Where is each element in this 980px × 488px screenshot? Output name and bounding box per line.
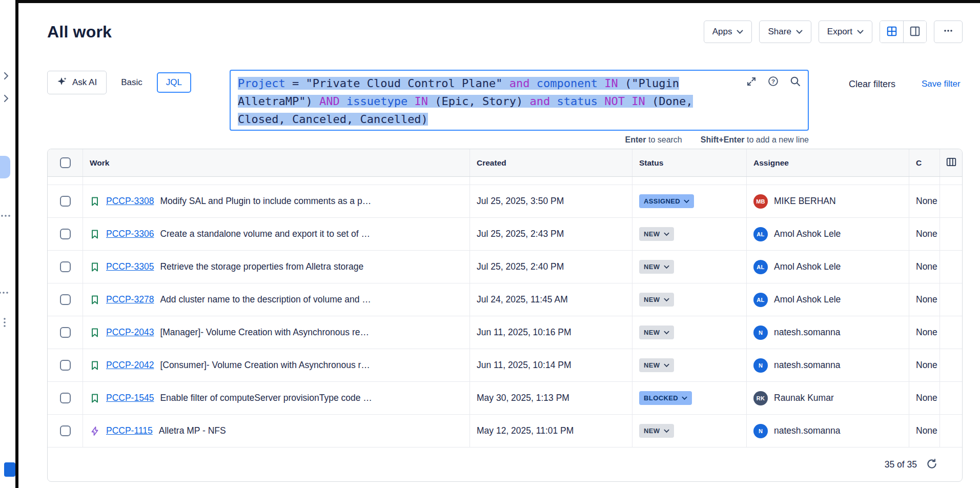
issue-key-link[interactable]: PCCP-1545	[106, 393, 154, 403]
refresh-button[interactable]	[926, 458, 937, 471]
grid-view-button[interactable]	[880, 21, 903, 43]
save-filter-button[interactable]: Save filter	[922, 79, 961, 89]
category-cell: None	[909, 382, 940, 414]
table-row[interactable]: PCCP-3306 Create a standalone volume and…	[48, 218, 962, 251]
col-header-assignee[interactable]: Assignee	[746, 149, 909, 176]
category-cell: None	[909, 283, 940, 316]
status-cell: NEW	[632, 415, 746, 447]
issue-summary: Retrieve the storage properties from All…	[160, 261, 363, 272]
issue-key-link[interactable]: PCCP-3308	[106, 196, 154, 207]
status-badge[interactable]: BLOCKED	[639, 391, 692, 405]
category-value: None	[916, 360, 937, 371]
status-cell: NEW	[632, 349, 746, 381]
settings-col-spacer	[940, 251, 962, 283]
status-badge[interactable]: NEW	[639, 326, 674, 339]
row-checkbox[interactable]	[60, 393, 71, 403]
row-checkbox[interactable]	[60, 327, 71, 338]
row-checkbox[interactable]	[60, 196, 71, 207]
search-button[interactable]	[790, 76, 801, 88]
status-cell: NEW	[632, 251, 746, 283]
sidebar-selected-item-fragment[interactable]	[0, 156, 10, 178]
clear-filters-button[interactable]: Clear filters	[849, 79, 895, 90]
chevron-down-icon	[664, 331, 669, 335]
jql-mode-button[interactable]: JQL	[157, 72, 191, 93]
table-row[interactable]: PCCP-2043 [Manager]- Volume Creation wit…	[48, 316, 962, 349]
row-checkbox[interactable]	[60, 229, 71, 239]
page-header: All work Apps Share Export	[47, 19, 963, 44]
row-checkbox-cell	[48, 251, 83, 283]
ask-ai-button[interactable]: Ask AI	[47, 71, 107, 94]
col-header-work-label: Work	[90, 158, 109, 168]
status-badge[interactable]: NEW	[639, 358, 674, 372]
assignee-name: MIKE BERHAN	[774, 196, 836, 207]
assignee-name: Amol Ashok Lele	[774, 294, 841, 305]
status-label: NEW	[644, 329, 660, 336]
category-cell: None	[909, 415, 940, 447]
table-body: PCCP-3308 Modify SAL and Plugin to inclu…	[48, 185, 962, 448]
table-row[interactable]: PCCP-3305 Retrieve the storage propertie…	[48, 251, 962, 283]
status-badge[interactable]: ASSIGNED	[639, 194, 694, 208]
basic-mode-button[interactable]: Basic	[115, 77, 149, 88]
avatar: MB	[753, 194, 768, 209]
hint-enter-key: Enter	[625, 135, 646, 144]
issue-key-link[interactable]: PCCP-2042	[106, 360, 154, 371]
table-row[interactable]: PCCP-2042 [Consumer]- Volume Creation wi…	[48, 349, 962, 382]
table-row[interactable]: PCCP-1545 Enable filter of computeServer…	[48, 382, 962, 415]
issue-key-link[interactable]: PCCP-2043	[106, 327, 154, 338]
sidebar-expand-chevron-icon[interactable]	[1, 71, 11, 83]
export-button[interactable]: Export	[819, 21, 872, 43]
status-badge[interactable]: NEW	[639, 227, 674, 241]
assignee-cell: RK Raunak Kumar	[746, 382, 909, 414]
issue-key-link[interactable]: PCCP-3305	[106, 261, 154, 272]
table-row[interactable]: PCCP-3278 Add cluster name to the descri…	[48, 283, 962, 316]
sidebar-expand-chevron-icon[interactable]	[1, 93, 11, 106]
status-badge[interactable]: NEW	[639, 260, 674, 274]
col-header-category[interactable]: C	[909, 149, 940, 176]
issue-key-link[interactable]: PCCP-1115	[106, 425, 153, 436]
row-checkbox[interactable]	[60, 294, 71, 305]
more-options-button[interactable]	[934, 21, 963, 43]
row-count: 35 of 35	[885, 459, 917, 470]
col-header-work[interactable]: Work	[83, 149, 469, 176]
assignee-name: Raunak Kumar	[774, 393, 834, 403]
status-badge[interactable]: NEW	[639, 293, 674, 307]
table-row[interactable]: PCCP-3308 Modify SAL and Plugin to inclu…	[48, 185, 962, 218]
assignee-cell: N natesh.somanna	[746, 349, 909, 381]
assignee-name: Amol Ashok Lele	[774, 229, 841, 239]
hint-enter-text: to search	[648, 135, 682, 144]
header-toolbar: Apps Share Export	[704, 21, 963, 43]
issue-summary: Alletra MP - NFS	[159, 425, 226, 436]
share-button[interactable]: Share	[759, 21, 811, 43]
avatar: AL	[753, 227, 768, 241]
column-settings-button[interactable]	[946, 156, 957, 169]
apps-button[interactable]: Apps	[704, 21, 752, 43]
jql-editor[interactable]: Project = "Private Cloud Control Plane" …	[230, 70, 809, 131]
syntax-help-button[interactable]: ?	[768, 76, 779, 88]
status-cell: NEW	[632, 283, 746, 316]
status-badge[interactable]: NEW	[639, 424, 674, 438]
row-checkbox[interactable]	[60, 425, 71, 436]
story-icon	[90, 229, 100, 239]
detail-view-button[interactable]	[903, 21, 926, 43]
table-row[interactable]: PCCP-1115 Alletra MP - NFS May 12, 2025,…	[48, 415, 962, 448]
refresh-icon	[926, 458, 937, 471]
row-checkbox[interactable]	[60, 360, 71, 371]
avatar: AL	[753, 260, 768, 274]
chevron-down-icon	[682, 396, 687, 400]
col-header-status[interactable]: Status	[632, 149, 746, 176]
issue-summary: [Manager]- Volume Creation with Asynchro…	[160, 327, 369, 338]
row-checkbox[interactable]	[60, 261, 71, 272]
select-all-checkbox[interactable]	[60, 157, 71, 168]
story-icon	[90, 360, 100, 371]
issue-key-link[interactable]: PCCP-3306	[106, 229, 154, 239]
settings-col-spacer	[940, 415, 962, 447]
col-header-created[interactable]: Created	[469, 149, 632, 176]
jql-line: AlletraMP") AND issuetype IN (Epic, Stor…	[238, 92, 801, 110]
expand-editor-button[interactable]	[746, 76, 757, 88]
issue-key-link[interactable]: PCCP-3278	[106, 294, 154, 305]
jql-line: Closed, Canceled, Cancelled)	[238, 110, 801, 128]
category-cell: None	[909, 349, 940, 381]
category-cell: None	[909, 316, 940, 349]
settings-col-spacer	[940, 283, 962, 316]
filter-bar: Ask AI Basic JQL	[47, 71, 191, 94]
